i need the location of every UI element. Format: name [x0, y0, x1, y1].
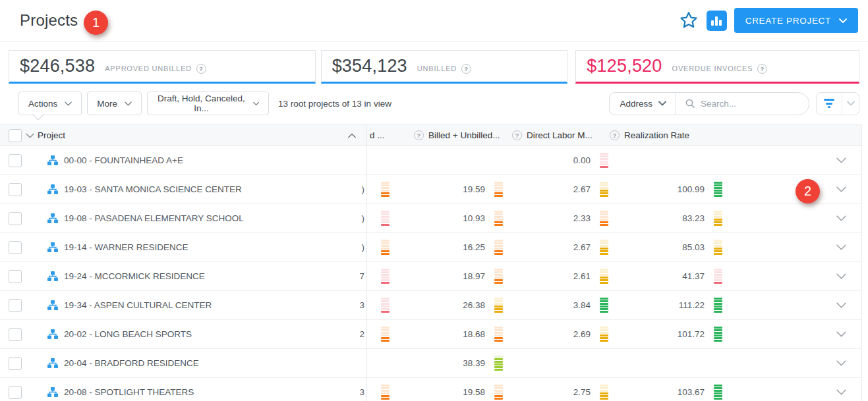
realization-rate-value: 85.03 — [682, 242, 705, 252]
project-hierarchy-icon — [47, 213, 58, 223]
column-header-billed-unbilled[interactable]: ? Billed + Unbilled... — [397, 130, 511, 140]
kpi-value: $246,538 — [20, 56, 95, 76]
help-icon[interactable]: ? — [757, 64, 767, 74]
orange-level-gauge-icon — [494, 269, 503, 284]
help-icon[interactable]: ? — [610, 130, 620, 140]
help-icon[interactable]: ? — [461, 64, 471, 74]
row-checkbox[interactable] — [9, 299, 22, 312]
direct-labor-value: 2.69 — [573, 329, 591, 339]
direct-labor-value: 2.61 — [573, 271, 591, 281]
row-checkbox[interactable] — [9, 270, 22, 283]
projects-count-text: 13 root projects of 13 in view — [278, 99, 391, 109]
actions-dropdown-button[interactable]: Actions — [18, 92, 82, 115]
select-menu-chevron-icon[interactable] — [26, 133, 34, 138]
help-icon[interactable]: ? — [414, 130, 424, 140]
annotation-badge-1: 1 — [84, 11, 108, 35]
table-row: 19-03 - SANTA MONICA SCIENCE CENTER ) 19… — [0, 175, 861, 204]
favorite-star-icon[interactable] — [678, 10, 699, 31]
analytics-bar-chart-button[interactable] — [707, 11, 727, 31]
chevron-down-icon — [125, 101, 132, 106]
orange-level-gauge-icon — [381, 327, 390, 342]
project-name-link[interactable]: 19-34 - ASPEN CULTURAL CENTER — [64, 300, 212, 310]
project-name-link[interactable]: 20-08 - SPOTLIGHT THEATERS — [64, 387, 194, 397]
pink-level-gauge-icon — [381, 211, 390, 226]
yellow-level-gauge-icon — [714, 211, 722, 226]
status-filter-select[interactable]: Draft, Hold, Canceled, In... — [147, 92, 269, 115]
project-header-label: Project — [38, 130, 65, 140]
project-hierarchy-icon — [47, 184, 58, 194]
orange-level-gauge-icon — [381, 182, 390, 197]
chevron-down-icon — [65, 101, 72, 106]
project-name-link[interactable]: 20-02 - LONG BEACH SPORTS — [64, 329, 192, 339]
billed-unbilled-value: 18.68 — [463, 329, 485, 339]
select-all-checkbox[interactable] — [9, 129, 22, 142]
column-header-direct-labor[interactable]: ? Direct Labor M... — [511, 130, 610, 140]
row-checkbox[interactable] — [9, 241, 22, 254]
row-expand-chevron-icon[interactable] — [836, 157, 846, 163]
realization-rate-value: 111.22 — [679, 300, 705, 310]
search-input[interactable] — [701, 99, 799, 109]
billed-unbilled-value: 19.58 — [463, 387, 485, 397]
clipped-value-fragment: 2 — [358, 320, 367, 348]
table-row: 19-14 - WARNER RESIDENCE ) 16.25 2.67 85… — [0, 233, 861, 262]
kpi-label: UNBILLED — [417, 65, 457, 72]
row-expand-chevron-icon[interactable] — [836, 302, 846, 308]
filter-button[interactable] — [817, 93, 842, 115]
project-name-link[interactable]: 19-08 - PASADENA ELEMENTARY SCHOOL — [64, 213, 244, 223]
direct-labor-value: 0.00 — [573, 155, 591, 165]
orange-level-gauge-icon — [381, 385, 390, 400]
row-checkbox[interactable] — [9, 183, 22, 196]
row-expand-chevron-icon[interactable] — [836, 389, 846, 395]
billed-unbilled-value: 38.39 — [463, 358, 485, 368]
billed-unbilled-value: 10.93 — [463, 213, 485, 223]
direct-labor-value: 3.84 — [573, 300, 591, 310]
kpi-label: APPROVED UNBILLED — [105, 65, 192, 72]
help-icon[interactable]: ? — [196, 64, 206, 74]
orange-level-gauge-icon — [600, 211, 608, 226]
column-header-clipped[interactable]: d ... — [367, 130, 397, 140]
create-project-button[interactable]: CREATE PROJECT — [734, 8, 858, 33]
row-checkbox[interactable] — [9, 154, 22, 167]
projects-table: Project d ... ? Billed + Unbilled... ? D… — [0, 124, 862, 401]
more-dropdown-button[interactable]: More — [87, 92, 142, 115]
project-name-link[interactable]: 00-00 - FOUNTAINHEAD A+E — [64, 155, 183, 165]
clipped-value-fragment — [358, 146, 367, 174]
column-header-realization-rate[interactable]: ? Realization Rate — [610, 130, 732, 140]
pink-level-gauge-icon — [381, 298, 390, 313]
pink-level-gauge-icon — [381, 269, 390, 284]
orange-level-gauge-icon — [381, 240, 390, 255]
project-name-link[interactable]: 19-14 - WARNER RESIDENCE — [64, 242, 188, 252]
project-hierarchy-icon — [47, 329, 58, 339]
filter-options-button[interactable] — [842, 93, 859, 115]
row-checkbox[interactable] — [9, 357, 22, 370]
row-expand-chevron-icon[interactable] — [836, 186, 846, 192]
kpi-overdue-invoices[interactable]: $125,520 OVERDUE INVOICES ? — [575, 50, 859, 84]
row-checkbox[interactable] — [9, 386, 22, 399]
column-header-project[interactable]: Project — [37, 125, 358, 146]
kpi-unbilled[interactable]: $354,123 UNBILLED ? — [321, 50, 568, 84]
billed-unbilled-value: 26.38 — [463, 300, 485, 310]
project-hierarchy-icon — [47, 271, 58, 281]
search-field-selector[interactable]: Address — [610, 93, 676, 115]
row-expand-chevron-icon[interactable] — [836, 215, 846, 221]
yellow-level-gauge-icon — [600, 385, 608, 400]
row-checkbox[interactable] — [9, 328, 22, 341]
filter-control — [816, 92, 859, 115]
chevron-down-icon — [839, 18, 847, 23]
realization-rate-value: 41.37 — [682, 271, 705, 281]
row-expand-chevron-icon[interactable] — [836, 273, 846, 279]
row-expand-chevron-icon[interactable] — [836, 244, 846, 250]
billed-unbilled-value: 18.97 — [463, 271, 485, 281]
row-expand-chevron-icon[interactable] — [836, 360, 846, 366]
project-name-link[interactable]: 20-04 - BRADFORD RESIDENCE — [64, 358, 199, 368]
table-row: 19-08 - PASADENA ELEMENTARY SCHOOL ) 10.… — [0, 204, 861, 233]
kpi-approved-unbilled[interactable]: $246,538 APPROVED UNBILLED ? — [9, 50, 316, 84]
search-icon — [685, 98, 695, 109]
help-icon[interactable]: ? — [512, 130, 522, 140]
row-checkbox[interactable] — [9, 212, 22, 225]
project-name-link[interactable]: 19-03 - SANTA MONICA SCIENCE CENTER — [64, 184, 242, 194]
sort-ascending-icon[interactable] — [348, 133, 356, 138]
row-expand-chevron-icon[interactable] — [836, 331, 846, 337]
top-bar-actions: CREATE PROJECT — [678, 8, 858, 33]
project-name-link[interactable]: 19-24 - MCCORMICK RESIDENCE — [64, 271, 205, 281]
